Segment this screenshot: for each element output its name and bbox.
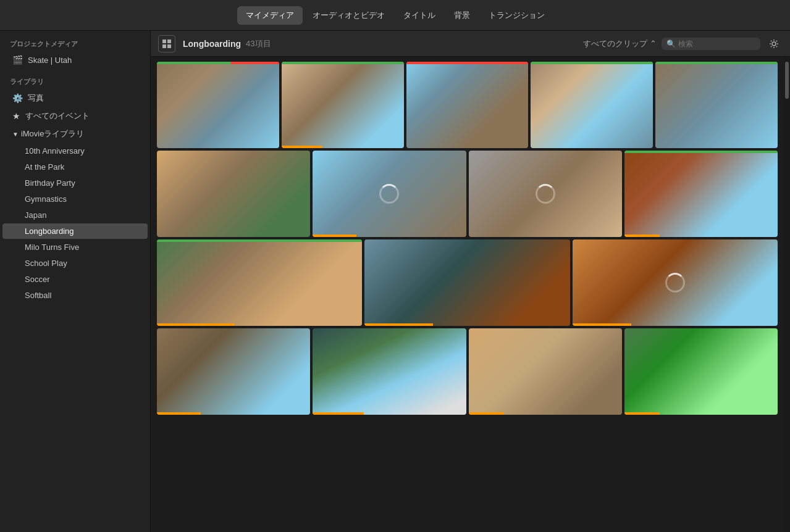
nav-transitions[interactable]: トランジション [480,6,553,25]
sidebar-birthday-label: Birthday Party [25,178,75,188]
media-cell-c16[interactable] [624,328,778,415]
sidebar-item-japan[interactable]: Japan [2,207,148,223]
media-cell-c2[interactable] [282,62,404,148]
media-cell-c13[interactable] [157,328,310,415]
nav-titles[interactable]: タイトル [395,6,444,25]
bottom-bar [282,146,404,148]
media-cell-c6[interactable] [157,151,310,237]
scrollbar-thumb[interactable] [785,62,789,99]
media-cell-c11[interactable] [364,239,569,326]
media-cell-c14[interactable] [313,328,466,415]
top-bar [406,62,529,64]
sidebar-school-label: School Play [25,259,67,268]
sidebar-item-all-events[interactable]: ★ すべてのイベント [2,107,148,125]
nav-audio-video[interactable]: オーディオとビデオ [304,6,393,25]
triangle-icon: ▼ [12,131,19,138]
bottom-bar [313,235,466,237]
content-title: Longboarding [183,39,241,49]
sidebar-milo-label: Milo Turns Five [25,243,79,252]
sidebar-imovie-library[interactable]: ▼ iMovieライブラリ [2,125,148,143]
svg-rect-1 [167,39,171,43]
bottom-bar [624,412,778,415]
top-bar [282,62,404,64]
media-row [157,239,778,326]
media-cell-c7[interactable] [313,151,466,237]
loading-spinner [379,184,399,204]
settings-button[interactable] [765,35,783,52]
sidebar-japan-label: Japan [25,210,46,220]
main-area: プロジェクトメディア 🎬 Skate | Utah ライブラリ ⚙️ 写真 ★ … [0,31,790,532]
gear-icon [769,39,779,49]
filter-chevron-icon: ⌃ [650,39,657,48]
media-cell-c4[interactable] [531,62,653,148]
media-cell-c1[interactable] [157,62,279,148]
sidebar-item-school[interactable]: School Play [2,256,148,271]
bottom-bar [313,412,466,415]
sidebar-project-label: Skate | Utah [28,56,72,65]
photos-icon: ⚙️ [12,93,23,103]
sidebar-longboarding-label: Longboarding [25,227,74,236]
sidebar-item-birthday[interactable]: Birthday Party [2,175,148,191]
loading-spinner [665,273,685,293]
sidebar-item-photos[interactable]: ⚙️ 写真 [2,89,148,107]
content-count: 43項目 [246,38,271,49]
sidebar-library-label: iMovieライブラリ [21,128,85,139]
media-cell-c5[interactable] [655,62,778,148]
bottom-bar [157,323,362,326]
sidebar-photos-label: 写真 [28,93,44,104]
media-row [157,151,778,237]
media-cell-c10[interactable] [157,239,362,326]
svg-rect-2 [162,44,166,48]
sidebar-item-project[interactable]: 🎬 Skate | Utah [2,52,148,68]
bottom-bar [364,323,569,326]
search-box[interactable]: 🔍 [662,38,760,50]
sidebar-item-milo[interactable]: Milo Turns Five [2,239,148,255]
nav-backgrounds[interactable]: 背景 [445,6,479,25]
top-bar [157,239,362,242]
top-bar [157,62,279,64]
media-cell-c3[interactable] [406,62,529,148]
sidebar-gymnastics-label: Gymnastics [25,194,67,204]
bottom-bar [624,235,778,237]
search-icon: 🔍 [666,39,676,48]
media-cell-c9[interactable] [624,151,778,237]
loading-spinner [536,184,555,204]
sidebar-item-soccer[interactable]: Soccer [2,272,148,287]
media-row [157,328,778,415]
top-bar [624,151,778,153]
media-row [157,62,778,148]
grid-icon [162,39,171,48]
media-cell-c12[interactable] [573,239,778,326]
grid-view-button[interactable] [158,35,175,52]
media-grid [151,57,784,532]
media-cell-c8[interactable] [469,151,622,237]
top-bar [531,62,653,64]
library-section-label: ライブラリ [0,69,150,89]
star-icon: ★ [12,111,20,121]
top-bar [655,62,778,64]
sidebar-item-park[interactable]: At the Park [2,159,148,175]
sidebar-item-longboarding[interactable]: Longboarding [2,223,148,239]
filter-label: すべてのクリップ [583,38,647,49]
bottom-bar [573,323,778,326]
bottom-bar [469,412,622,415]
top-navigation: マイメディア オーディオとビデオ タイトル 背景 トランジション [0,0,790,31]
search-input[interactable] [678,39,755,48]
sidebar-item-gymnastics[interactable]: Gymnastics [2,191,148,207]
content-area: Longboarding 43項目 すべてのクリップ ⌃ 🔍 [151,31,790,532]
scrollbar-track[interactable] [784,57,790,532]
sidebar-soccer-label: Soccer [25,275,49,284]
sidebar-softball-label: Softball [25,291,51,300]
nav-my-media[interactable]: マイメディア [237,6,303,25]
svg-rect-0 [162,39,166,43]
content-toolbar: Longboarding 43項目 すべてのクリップ ⌃ 🔍 [151,31,790,57]
sidebar-all-events-label: すべてのイベント [25,110,90,122]
media-cell-c15[interactable] [469,328,622,415]
filter-control[interactable]: すべてのクリップ ⌃ [583,38,657,49]
film-icon: 🎬 [12,55,23,65]
svg-rect-3 [167,44,171,48]
bottom-bar [157,412,310,415]
sidebar-item-10th[interactable]: 10th Anniversary [2,143,148,159]
sidebar-item-softball[interactable]: Softball [2,288,148,303]
sidebar-park-label: At the Park [25,162,64,172]
